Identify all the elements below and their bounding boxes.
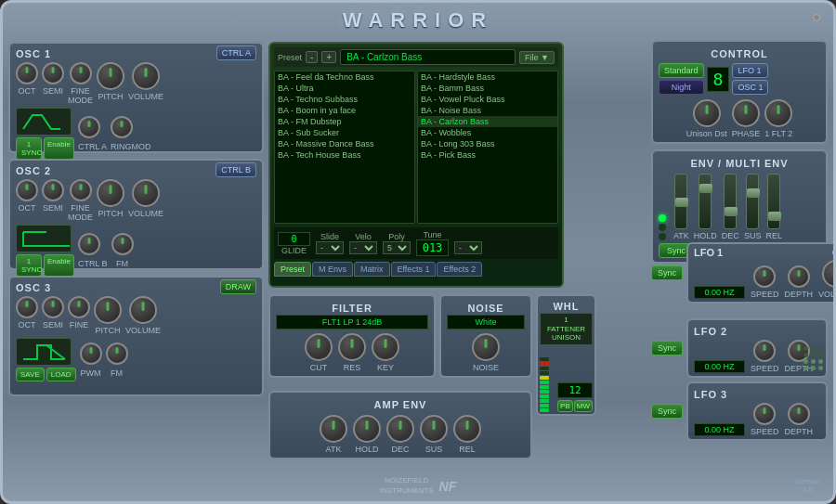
env-sus-slider[interactable] [746, 174, 759, 229]
osc3-fine-knob[interactable] [68, 296, 90, 318]
amp-atk-knob[interactable] [320, 415, 347, 443]
osc1-waveform[interactable] [16, 108, 72, 136]
lfo1-sync-btn[interactable]: Sync [651, 265, 683, 280]
tab-matrix[interactable]: Matrix [354, 262, 390, 277]
slide-select[interactable]: - [316, 241, 344, 254]
lfo1-hz[interactable]: 0.00 HZ [694, 286, 745, 299]
osc1-volume-knob[interactable] [132, 62, 160, 90]
tab-menvs[interactable]: M Envs [312, 262, 353, 277]
preset-item[interactable]: BA - Long 303 Bass [418, 138, 557, 149]
osc1-oct-knob[interactable] [16, 62, 38, 84]
velo-select[interactable]: - [349, 241, 377, 254]
osc1-ctrla-knob[interactable] [78, 116, 100, 138]
osc1-semi-knob[interactable] [42, 62, 64, 84]
preset-file-btn[interactable]: File ▼ [519, 51, 555, 64]
filter-cut-knob[interactable] [305, 333, 333, 361]
amp-rel-knob[interactable] [453, 415, 481, 443]
osc2-waveform[interactable] [16, 225, 72, 252]
osc3-draw-btn[interactable]: DRAW [220, 279, 256, 294]
preset-item[interactable]: BA - Bamm Bass [418, 83, 557, 94]
osc2-enable-btn[interactable]: Enable [44, 254, 74, 277]
preset-item-selected[interactable]: BA - Carlzon Bass [418, 116, 557, 127]
lfo3-sync-btn[interactable]: Sync [651, 404, 683, 419]
osc1-ringmod-knob[interactable] [111, 116, 133, 138]
tab-preset[interactable]: Preset [274, 262, 311, 277]
osc1-ctrl-btn[interactable]: CTRL A [216, 45, 256, 60]
tab-effects1[interactable]: Effects 1 [391, 262, 437, 277]
osc2-ctrlb-knob[interactable] [78, 233, 100, 255]
env-hold-slider[interactable] [699, 174, 712, 229]
osc3-oct-knob[interactable] [16, 296, 38, 318]
preset-item[interactable]: BA - Vowel Pluck Bass [418, 94, 557, 105]
osc3-volume-knob[interactable] [129, 296, 157, 324]
lfo3-speed-knob[interactable] [753, 403, 776, 425]
preset-item[interactable]: BA - FM Dubstep [275, 116, 414, 127]
preset-item[interactable]: BA - Sub Sucker [275, 127, 414, 138]
osc2-sync-btn[interactable]: 1SYNC [16, 254, 42, 277]
osc2-oct-knob[interactable] [16, 179, 38, 201]
preset-item[interactable]: BA - Hardstyle Bass [418, 71, 557, 83]
glide-value[interactable]: 0 [278, 232, 310, 246]
lfo1-speed-knob[interactable] [753, 265, 776, 288]
osc2-volume-knob[interactable] [132, 179, 160, 207]
preset-item[interactable]: BA - Ultra [275, 83, 414, 94]
whl-value[interactable]: 12 [557, 382, 593, 398]
preset-item[interactable]: BA - Boom in ya face [275, 105, 414, 116]
lfo1-depth-knob[interactable] [788, 265, 810, 288]
ctrl-flt2-knob[interactable] [764, 99, 792, 127]
preset-minus-btn[interactable]: - [306, 51, 318, 63]
osc3-save-btn[interactable]: SAVE [16, 368, 45, 381]
preset-item[interactable]: BA - Tech House Bass [275, 149, 414, 161]
lfo2-sync-btn[interactable]: Sync [651, 341, 683, 355]
osc3-load-btn[interactable]: LOAD [46, 368, 76, 381]
ctrl-unison-knob[interactable] [693, 99, 721, 127]
preset-name[interactable]: BA - Carlzon Bass [340, 49, 516, 65]
env-rel-slider[interactable] [767, 174, 780, 229]
env-dec-slider[interactable] [724, 174, 737, 229]
preset-item[interactable]: BA - Noise Bass [418, 105, 557, 116]
env-atk-slider[interactable] [674, 174, 687, 229]
standard-btn[interactable]: Standard [659, 63, 704, 78]
osc3-semi-knob[interactable] [42, 296, 64, 318]
amp-sus-knob[interactable] [420, 415, 448, 443]
whl-mw-btn[interactable]: MW [574, 400, 593, 412]
osc1-pitch-knob[interactable] [97, 62, 124, 90]
preset-item[interactable]: BA - Wobbles [418, 127, 557, 138]
noise-type[interactable]: White [447, 315, 525, 330]
osc3-waveform[interactable] [16, 338, 72, 366]
preset-item[interactable]: BA - Techno Subbass [275, 94, 414, 105]
preset-plus-btn[interactable]: + [321, 51, 336, 63]
lfo1-volume-knob[interactable] [822, 260, 836, 288]
amp-hold-knob[interactable] [353, 415, 381, 443]
lfo3-hz[interactable]: 0.00 HZ [694, 423, 745, 436]
amp-dec-knob[interactable] [386, 415, 414, 443]
lfo3-depth-knob[interactable] [788, 403, 810, 425]
poly-select[interactable]: 5 [383, 241, 411, 254]
preset-item[interactable]: BA - Pick Bass [418, 149, 557, 161]
osc2-fm-knob[interactable] [111, 233, 134, 255]
osc2-fine-knob[interactable] [70, 179, 92, 201]
filter-res-knob[interactable] [338, 333, 366, 361]
osc1-sync-btn[interactable]: 1SYNC [16, 137, 42, 160]
filter-key-knob[interactable] [372, 333, 399, 361]
osc3-pwm-knob[interactable] [80, 342, 102, 365]
tune-select[interactable]: - [454, 241, 482, 254]
whl-pb-btn[interactable]: PB [557, 400, 573, 412]
osc2-pitch-knob[interactable] [97, 179, 124, 207]
tune-display[interactable]: 013 [416, 239, 449, 256]
osc3-pitch-knob[interactable] [94, 296, 122, 324]
osc1-enable-btn[interactable]: Enable [44, 137, 74, 160]
osc2-semi-knob[interactable] [42, 179, 64, 201]
noise-knob[interactable] [472, 333, 500, 361]
osc2-ctrl-btn[interactable]: CTRL B [216, 162, 256, 177]
ctrl-osc1-btn[interactable]: OSC 1 [732, 80, 768, 95]
preset-item[interactable]: BA - Massive Dance Bass [275, 138, 414, 149]
lfo2-hz[interactable]: 0.00 HZ [694, 360, 745, 373]
osc1-fine-knob[interactable] [70, 62, 92, 84]
filter-type[interactable]: FLT1 LP 1 24dB [276, 315, 428, 330]
lfo2-speed-knob[interactable] [753, 340, 776, 362]
ctrl-phase-knob[interactable] [732, 99, 760, 127]
osc3-fm-knob[interactable] [106, 342, 128, 365]
control-num[interactable]: 8 [707, 67, 730, 92]
preset-item[interactable]: BA - Feel da Techno Bass [275, 71, 414, 83]
